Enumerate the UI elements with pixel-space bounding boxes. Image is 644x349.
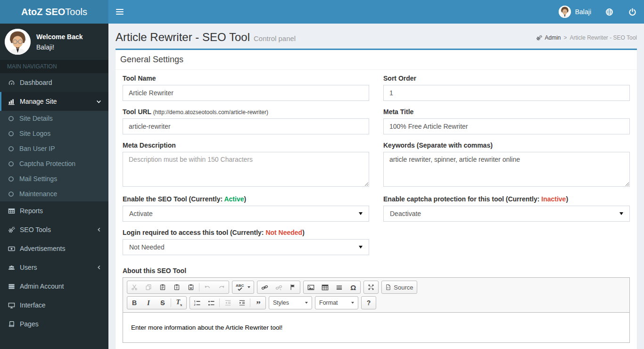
copy-button[interactable] <box>141 281 156 293</box>
meta-description-textarea[interactable] <box>123 152 369 187</box>
format-dropdown-label: Format <box>319 299 338 306</box>
undo-button[interactable] <box>200 281 215 293</box>
paste-as-text-button[interactable]: T <box>170 281 184 293</box>
user-menu[interactable]: Balaji <box>552 0 598 24</box>
undo-icon <box>204 284 211 291</box>
sidebar-item-users[interactable]: Users <box>0 258 108 277</box>
remove-format-button[interactable]: Tx <box>172 297 186 309</box>
italic-button[interactable]: I <box>141 297 156 309</box>
paste-from-word-button[interactable]: W <box>184 281 198 293</box>
caret-down-icon <box>351 302 354 304</box>
captcha-select[interactable]: Deactivate <box>383 206 630 222</box>
login-required-label: Login required to access this tool (Curr… <box>123 229 369 236</box>
sidebar: Welcome Back Balaji! MAIN NAVIGATION Das… <box>0 24 108 349</box>
sidebar-item-label: Users <box>20 264 37 271</box>
app-logo[interactable]: AtoZ SEOTools <box>0 0 108 24</box>
circle-o-icon <box>8 176 14 182</box>
sidebar-item-manage-site[interactable]: Manage Site <box>0 92 108 111</box>
question-mark-icon: ? <box>367 299 371 307</box>
paste-button[interactable] <box>156 281 170 293</box>
bold-button[interactable]: B <box>127 297 141 309</box>
numbered-list-button[interactable]: 12 <box>190 297 204 309</box>
blockquote-button[interactable]: ” <box>251 297 265 309</box>
sidebar-item-seo-tools[interactable]: SEO Tools <box>0 220 108 239</box>
circle-o-icon <box>8 146 14 152</box>
source-button[interactable]: Source <box>382 281 416 293</box>
outdent-icon <box>224 299 231 307</box>
avatar <box>5 29 31 55</box>
avatar <box>559 6 571 18</box>
sidebar-item-mail-settings[interactable]: Mail Settings <box>0 171 108 186</box>
special-char-button[interactable]: Ω <box>346 281 360 293</box>
chevron-down-icon <box>96 99 101 104</box>
keywords-textarea[interactable]: article rewriter, spinner, article rewri… <box>383 152 630 187</box>
nav-section-header: MAIN NAVIGATION <box>0 60 108 73</box>
sidebar-item-label: SEO Tools <box>20 226 51 233</box>
styles-dropdown[interactable]: Styles <box>269 296 312 309</box>
enable-tool-select[interactable]: Activate <box>123 206 369 222</box>
tool-name-input[interactable] <box>123 85 369 101</box>
link-button[interactable] <box>257 281 272 293</box>
bullet-list-icon <box>208 299 215 307</box>
hamburger-icon[interactable] <box>108 0 131 24</box>
bullet-list-button[interactable] <box>204 297 218 309</box>
sidebar-item-label: Admin Account <box>20 283 64 290</box>
remove-format-icon: Tx <box>176 299 182 307</box>
maximize-icon <box>368 284 374 291</box>
sidebar-item-reports[interactable]: Reports <box>0 201 108 220</box>
strikethrough-button[interactable]: S <box>156 297 170 309</box>
decrease-indent-button[interactable] <box>221 297 235 309</box>
image-button[interactable] <box>304 281 318 293</box>
navbar-right: Balaji <box>552 0 644 24</box>
sidebar-item-pages[interactable]: Pages <box>0 315 108 333</box>
tool-url-input[interactable] <box>123 118 369 134</box>
horizontal-line-button[interactable] <box>332 281 346 293</box>
chevron-left-icon <box>97 227 101 232</box>
sidebar-item-site-details[interactable]: Site Details <box>0 111 108 126</box>
sidebar-item-captcha-protection[interactable]: Captcha Protection <box>0 156 108 171</box>
about-editor-button[interactable]: ? <box>362 297 376 309</box>
redo-icon <box>218 284 225 291</box>
sort-order-label: Sort Order <box>383 75 630 82</box>
caret-down-icon <box>248 286 250 288</box>
sidebar-item-ban-user-ip[interactable]: Ban User IP <box>0 141 108 156</box>
language-button[interactable] <box>598 0 621 24</box>
welcome-username: Balaji! <box>36 43 83 51</box>
meta-title-input[interactable] <box>383 118 630 134</box>
server-icon <box>8 283 15 290</box>
login-required-select[interactable]: Not Needed <box>123 239 369 255</box>
sort-order-input[interactable] <box>383 85 630 101</box>
logout-button[interactable] <box>621 0 644 24</box>
breadcrumb-admin[interactable]: Admin <box>536 34 561 41</box>
editor-content[interactable]: Enter more information about the Article… <box>123 313 629 342</box>
sidebar-item-maintenance[interactable]: Maintenance <box>0 186 108 201</box>
cut-button[interactable] <box>127 281 141 293</box>
table-button[interactable] <box>318 281 332 293</box>
maximize-button[interactable] <box>364 281 378 293</box>
unlink-button[interactable] <box>272 281 286 293</box>
omega-icon: Ω <box>350 283 356 291</box>
caret-down-icon <box>305 302 308 304</box>
breadcrumb-separator: > <box>564 34 567 41</box>
circle-o-icon <box>8 116 14 122</box>
anchor-button[interactable] <box>286 281 300 293</box>
sidebar-item-admin-account[interactable]: Admin Account <box>0 277 108 296</box>
keywords-label: Keywords (Separate with commas) <box>383 141 630 149</box>
increase-indent-button[interactable] <box>235 297 249 309</box>
spell-check-icon: ABC <box>236 284 244 287</box>
redo-button[interactable] <box>215 281 229 293</box>
money-icon <box>8 245 15 252</box>
sidebar-item-site-logos[interactable]: Site Logos <box>0 126 108 141</box>
manage-site-submenu: Site Details Site Logos Ban User IP Capt… <box>0 111 108 201</box>
check-icon <box>238 287 242 291</box>
sidebar-item-label: Manage Site <box>20 98 57 105</box>
flag-icon <box>289 284 296 291</box>
content-header: Article Rewriter - SEO Tool Control pane… <box>108 24 644 44</box>
user-panel: Welcome Back Balaji! <box>0 24 108 60</box>
sidebar-item-advertisements[interactable]: Advertisements <box>0 239 108 258</box>
sidebar-item-interface[interactable]: Interface <box>0 296 108 315</box>
sidebar-item-dashboard[interactable]: Dashboard <box>0 73 108 92</box>
format-dropdown[interactable]: Format <box>315 296 358 309</box>
spell-check-button[interactable]: ABC <box>232 281 254 293</box>
select-caret-icon <box>619 212 623 215</box>
